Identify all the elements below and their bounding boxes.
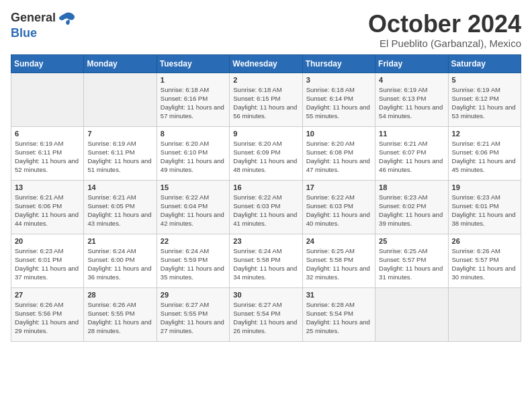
day-info: Sunrise: 6:18 AM Sunset: 6:16 PM Dayligh… <box>161 85 226 121</box>
day-number: 26 <box>452 237 517 245</box>
day-info: Sunrise: 6:18 AM Sunset: 6:14 PM Dayligh… <box>306 85 371 121</box>
calendar-cell: 30Sunrise: 6:27 AM Sunset: 5:54 PM Dayli… <box>230 287 302 341</box>
calendar-cell: 14Sunrise: 6:21 AM Sunset: 6:05 PM Dayli… <box>84 180 157 234</box>
calendar-cell <box>448 287 521 341</box>
day-number: 23 <box>233 237 298 245</box>
calendar-cell: 11Sunrise: 6:21 AM Sunset: 6:07 PM Dayli… <box>375 126 448 180</box>
day-number: 11 <box>379 130 444 138</box>
calendar-week-3: 13Sunrise: 6:21 AM Sunset: 6:06 PM Dayli… <box>11 180 521 234</box>
day-info: Sunrise: 6:21 AM Sunset: 6:05 PM Dayligh… <box>87 193 152 228</box>
day-info: Sunrise: 6:23 AM Sunset: 6:01 PM Dayligh… <box>15 246 80 282</box>
month-title: October 2024 <box>368 11 521 38</box>
calendar-cell: 8Sunrise: 6:20 AM Sunset: 6:10 PM Daylig… <box>157 126 229 180</box>
calendar-cell: 20Sunrise: 6:23 AM Sunset: 6:01 PM Dayli… <box>11 234 84 287</box>
days-header-row: SundayMondayTuesdayWednesdayThursdayFrid… <box>11 54 521 73</box>
day-info: Sunrise: 6:24 AM Sunset: 5:58 PM Dayligh… <box>233 246 298 282</box>
logo-blue-text: Blue <box>11 26 37 40</box>
day-number: 7 <box>87 130 152 138</box>
calendar-cell: 19Sunrise: 6:23 AM Sunset: 6:01 PM Dayli… <box>448 180 521 234</box>
day-header-sunday: Sunday <box>11 54 84 73</box>
calendar-cell: 12Sunrise: 6:21 AM Sunset: 6:06 PM Dayli… <box>448 126 521 180</box>
day-number: 22 <box>161 237 226 245</box>
day-number: 6 <box>15 130 80 138</box>
day-number: 3 <box>306 76 371 84</box>
day-header-wednesday: Wednesday <box>230 54 302 73</box>
calendar-cell: 24Sunrise: 6:25 AM Sunset: 5:58 PM Dayli… <box>302 234 375 287</box>
day-number: 31 <box>306 291 371 299</box>
calendar-cell <box>375 287 448 341</box>
day-number: 25 <box>379 237 444 245</box>
day-info: Sunrise: 6:21 AM Sunset: 6:07 PM Dayligh… <box>379 139 444 175</box>
day-number: 8 <box>161 130 226 138</box>
day-info: Sunrise: 6:22 AM Sunset: 6:03 PM Dayligh… <box>233 193 298 228</box>
day-info: Sunrise: 6:26 AM Sunset: 5:57 PM Dayligh… <box>452 246 517 282</box>
day-number: 18 <box>379 183 444 191</box>
day-info: Sunrise: 6:20 AM Sunset: 6:10 PM Dayligh… <box>161 139 226 175</box>
day-number: 16 <box>233 183 298 191</box>
day-info: Sunrise: 6:27 AM Sunset: 5:54 PM Dayligh… <box>233 300 298 336</box>
day-info: Sunrise: 6:28 AM Sunset: 5:54 PM Dayligh… <box>306 300 371 336</box>
calendar-cell: 26Sunrise: 6:26 AM Sunset: 5:57 PM Dayli… <box>448 234 521 287</box>
day-number: 27 <box>15 291 80 299</box>
calendar-cell <box>11 73 84 126</box>
day-number: 9 <box>233 130 298 138</box>
day-info: Sunrise: 6:18 AM Sunset: 6:15 PM Dayligh… <box>233 85 298 121</box>
day-info: Sunrise: 6:26 AM Sunset: 5:56 PM Dayligh… <box>15 300 80 336</box>
calendar-cell: 2Sunrise: 6:18 AM Sunset: 6:15 PM Daylig… <box>230 73 302 126</box>
day-number: 30 <box>233 291 298 299</box>
calendar-cell: 7Sunrise: 6:19 AM Sunset: 6:11 PM Daylig… <box>84 126 157 180</box>
day-info: Sunrise: 6:19 AM Sunset: 6:11 PM Dayligh… <box>15 139 80 175</box>
calendar-cell: 6Sunrise: 6:19 AM Sunset: 6:11 PM Daylig… <box>11 126 84 180</box>
day-info: Sunrise: 6:19 AM Sunset: 6:12 PM Dayligh… <box>452 85 517 121</box>
calendar-cell: 1Sunrise: 6:18 AM Sunset: 6:16 PM Daylig… <box>157 73 229 126</box>
calendar-cell: 16Sunrise: 6:22 AM Sunset: 6:03 PM Dayli… <box>230 180 302 234</box>
day-info: Sunrise: 6:27 AM Sunset: 5:55 PM Dayligh… <box>161 300 226 336</box>
day-number: 5 <box>452 76 517 84</box>
day-number: 20 <box>15 237 80 245</box>
calendar-cell: 31Sunrise: 6:28 AM Sunset: 5:54 PM Dayli… <box>302 287 375 341</box>
calendar-cell: 10Sunrise: 6:20 AM Sunset: 6:08 PM Dayli… <box>302 126 375 180</box>
page-header: General Blue October 2024 El Pueblito (G… <box>11 11 521 49</box>
calendar-week-5: 27Sunrise: 6:26 AM Sunset: 5:56 PM Dayli… <box>11 287 521 341</box>
calendar-week-2: 6Sunrise: 6:19 AM Sunset: 6:11 PM Daylig… <box>11 126 521 180</box>
calendar-week-1: 1Sunrise: 6:18 AM Sunset: 6:16 PM Daylig… <box>11 73 521 126</box>
day-number: 2 <box>233 76 298 84</box>
calendar-cell: 29Sunrise: 6:27 AM Sunset: 5:55 PM Dayli… <box>157 287 229 341</box>
day-number: 29 <box>161 291 226 299</box>
day-info: Sunrise: 6:21 AM Sunset: 6:06 PM Dayligh… <box>15 193 80 228</box>
calendar-cell: 18Sunrise: 6:23 AM Sunset: 6:02 PM Dayli… <box>375 180 448 234</box>
day-header-saturday: Saturday <box>448 54 521 73</box>
day-header-monday: Monday <box>84 54 157 73</box>
location-title: El Pueblito (Garbanzal), Mexico <box>368 38 521 49</box>
day-number: 24 <box>306 237 371 245</box>
day-number: 13 <box>15 183 80 191</box>
day-info: Sunrise: 6:22 AM Sunset: 6:04 PM Dayligh… <box>161 193 226 228</box>
day-header-tuesday: Tuesday <box>157 54 229 73</box>
calendar-cell: 5Sunrise: 6:19 AM Sunset: 6:12 PM Daylig… <box>448 73 521 126</box>
day-number: 19 <box>452 183 517 191</box>
calendar-cell: 21Sunrise: 6:24 AM Sunset: 6:00 PM Dayli… <box>84 234 157 287</box>
day-info: Sunrise: 6:19 AM Sunset: 6:13 PM Dayligh… <box>379 85 444 121</box>
calendar-cell: 22Sunrise: 6:24 AM Sunset: 5:59 PM Dayli… <box>157 234 229 287</box>
day-info: Sunrise: 6:23 AM Sunset: 6:02 PM Dayligh… <box>379 193 444 228</box>
day-info: Sunrise: 6:26 AM Sunset: 5:55 PM Dayligh… <box>87 300 152 336</box>
calendar-body: 1Sunrise: 6:18 AM Sunset: 6:16 PM Daylig… <box>11 73 521 341</box>
calendar-week-4: 20Sunrise: 6:23 AM Sunset: 6:01 PM Dayli… <box>11 234 521 287</box>
calendar-cell: 27Sunrise: 6:26 AM Sunset: 5:56 PM Dayli… <box>11 287 84 341</box>
calendar-cell: 23Sunrise: 6:24 AM Sunset: 5:58 PM Dayli… <box>230 234 302 287</box>
calendar-cell: 17Sunrise: 6:22 AM Sunset: 6:03 PM Dayli… <box>302 180 375 234</box>
calendar-cell: 25Sunrise: 6:25 AM Sunset: 5:57 PM Dayli… <box>375 234 448 287</box>
day-number: 12 <box>452 130 517 138</box>
day-info: Sunrise: 6:23 AM Sunset: 6:01 PM Dayligh… <box>452 193 517 228</box>
calendar-cell: 15Sunrise: 6:22 AM Sunset: 6:04 PM Dayli… <box>157 180 229 234</box>
day-info: Sunrise: 6:20 AM Sunset: 6:08 PM Dayligh… <box>306 139 371 175</box>
day-number: 21 <box>87 237 152 245</box>
day-info: Sunrise: 6:24 AM Sunset: 6:00 PM Dayligh… <box>87 246 152 282</box>
calendar-table: SundayMondayTuesdayWednesdayThursdayFrid… <box>11 54 521 342</box>
calendar-cell: 3Sunrise: 6:18 AM Sunset: 6:14 PM Daylig… <box>302 73 375 126</box>
day-number: 10 <box>306 130 371 138</box>
day-number: 4 <box>379 76 444 84</box>
day-info: Sunrise: 6:21 AM Sunset: 6:06 PM Dayligh… <box>452 139 517 175</box>
day-info: Sunrise: 6:20 AM Sunset: 6:09 PM Dayligh… <box>233 139 298 175</box>
calendar-cell: 4Sunrise: 6:19 AM Sunset: 6:13 PM Daylig… <box>375 73 448 126</box>
